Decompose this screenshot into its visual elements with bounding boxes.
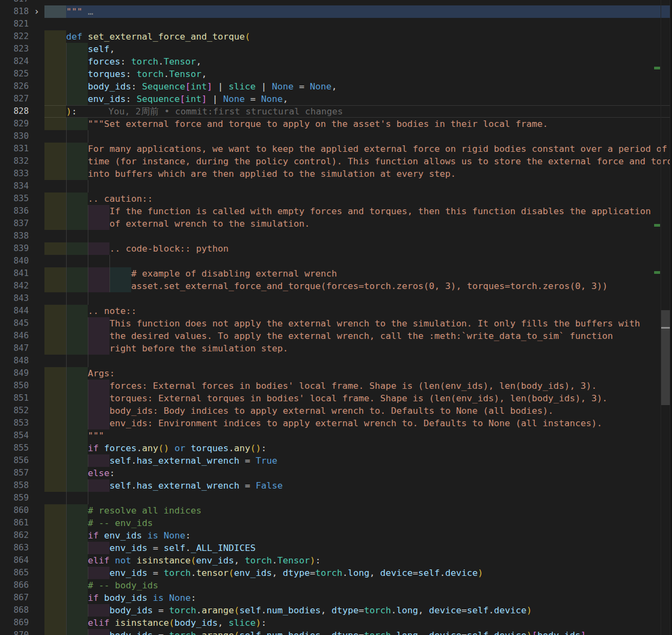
- line-number[interactable]: 866: [0, 579, 29, 592]
- line-number[interactable]: 836: [0, 205, 29, 217]
- code-line-content[interactable]: .. caution::: [44, 193, 672, 205]
- code-editor[interactable]: 817818›""" …821822def set_external_force…: [0, 0, 672, 635]
- line-number[interactable]: 829: [0, 118, 29, 130]
- line-number[interactable]: 831: [0, 143, 29, 155]
- code-line-content[interactable]: .. code-block:: python: [44, 242, 672, 255]
- overview-modified-marker[interactable]: [654, 271, 660, 274]
- line-number[interactable]: 843: [0, 292, 29, 305]
- line-number[interactable]: 833: [0, 168, 29, 180]
- line-number[interactable]: 850: [0, 380, 29, 392]
- code-line-content[interactable]: env_ids = self._ALL_INDICES: [44, 542, 672, 554]
- code-line-content[interactable]: env_ids = torch.tensor(env_ids, dtype=to…: [44, 567, 672, 579]
- code-line-content[interactable]: [44, 355, 672, 367]
- code-line-content[interactable]: # -- env_ids: [44, 517, 672, 529]
- line-number[interactable]: 869: [0, 617, 29, 629]
- code-line-content[interactable]: the desired values. To apply the externa…: [44, 330, 672, 342]
- code-line-content[interactable]: body_ids: Sequence[int] | slice | None =…: [44, 80, 672, 93]
- code-line-content[interactable]: of external wrench to the simulation.: [44, 217, 672, 230]
- line-number[interactable]: 859: [0, 492, 29, 504]
- line-number[interactable]: 848: [0, 355, 29, 367]
- line-number[interactable]: 852: [0, 405, 29, 417]
- code-line-content[interactable]: right before the simulation step.: [44, 342, 672, 355]
- line-number[interactable]: 838: [0, 230, 29, 242]
- code-line-content[interactable]: torques: torch.Tensor,: [44, 68, 672, 80]
- code-line-content[interactable]: time (for instance, during the policy co…: [44, 155, 672, 168]
- line-number[interactable]: 868: [0, 604, 29, 617]
- code-line-content[interactable]: [44, 180, 672, 193]
- code-line-content[interactable]: if forces.any() or torques.any():: [44, 442, 672, 454]
- line-number[interactable]: 835: [0, 193, 29, 205]
- code-line-content[interactable]: body_ids = torch.arange(self.num_bodies,…: [44, 629, 672, 635]
- code-line-content[interactable]: if body_ids is None:: [44, 592, 672, 604]
- code-line-content[interactable]: For many applications, we want to keep t…: [44, 143, 672, 155]
- code-line-content[interactable]: This function does not apply the externa…: [44, 317, 672, 330]
- line-number[interactable]: 855: [0, 442, 29, 454]
- code-line-content[interactable]: [44, 130, 672, 143]
- code-line-content[interactable]: into buffers which are then applied to t…: [44, 168, 672, 180]
- code-line-content[interactable]: torques: External torques in bodies' loc…: [44, 392, 672, 405]
- code-line-content[interactable]: .. note::: [44, 305, 672, 317]
- line-number[interactable]: 854: [0, 429, 29, 442]
- code-line-content[interactable]: env_ids: Environment indices to apply ex…: [44, 417, 672, 429]
- code-line-content[interactable]: env_ids: Sequence[int] | None = None,: [44, 93, 672, 105]
- line-number[interactable]: 818: [0, 5, 29, 18]
- code-line-content[interactable]: self,: [44, 43, 672, 55]
- code-line-content[interactable]: [44, 18, 672, 30]
- line-number[interactable]: 864: [0, 554, 29, 567]
- line-number[interactable]: 822: [0, 30, 29, 43]
- code-line-content[interactable]: """Set external force and torque to appl…: [44, 118, 672, 130]
- code-line-content[interactable]: # resolve all indices: [44, 504, 672, 517]
- line-number[interactable]: 824: [0, 55, 29, 68]
- line-number[interactable]: 851: [0, 392, 29, 405]
- code-line-content[interactable]: [44, 0, 672, 5]
- line-number[interactable]: 832: [0, 155, 29, 168]
- code-line-content[interactable]: forces: External forces in bodies' local…: [44, 380, 672, 392]
- line-number[interactable]: 823: [0, 43, 29, 55]
- line-number[interactable]: 862: [0, 529, 29, 542]
- line-number[interactable]: 865: [0, 567, 29, 579]
- code-line-content[interactable]: # example of disabling external wrench: [44, 267, 672, 280]
- code-line-content[interactable]: asset.set_external_force_and_torque(forc…: [44, 280, 672, 292]
- line-number[interactable]: 846: [0, 330, 29, 342]
- line-number[interactable]: 837: [0, 217, 29, 230]
- line-number[interactable]: 827: [0, 93, 29, 105]
- overview-modified-marker[interactable]: [654, 224, 660, 227]
- line-number[interactable]: 825: [0, 68, 29, 80]
- line-number[interactable]: 840: [0, 255, 29, 267]
- line-number[interactable]: 841: [0, 267, 29, 280]
- line-number[interactable]: 839: [0, 242, 29, 255]
- code-line-content[interactable]: self.has_external_wrench = True: [44, 454, 672, 467]
- line-number[interactable]: 867: [0, 592, 29, 604]
- code-line-content[interactable]: # -- body_ids: [44, 579, 672, 592]
- line-number[interactable]: 857: [0, 467, 29, 479]
- line-number[interactable]: 817: [0, 0, 29, 5]
- code-line-content[interactable]: self.has_external_wrench = False: [44, 479, 672, 492]
- line-number[interactable]: 853: [0, 417, 29, 429]
- code-line-content[interactable]: [44, 292, 672, 305]
- line-number[interactable]: 870: [0, 629, 29, 635]
- code-line-content[interactable]: ):You, 2周前 • commit:first structural cha…: [44, 105, 672, 118]
- code-line-content[interactable]: [44, 492, 672, 504]
- line-number[interactable]: 858: [0, 479, 29, 492]
- code-line-content[interactable]: elif not isinstance(env_ids, torch.Tenso…: [44, 554, 672, 567]
- code-line-content[interactable]: else:: [44, 467, 672, 479]
- code-line-content[interactable]: elif isinstance(body_ids, slice):: [44, 617, 672, 629]
- code-line-content[interactable]: def set_external_force_and_torque(: [44, 30, 672, 43]
- line-number[interactable]: 856: [0, 454, 29, 467]
- line-number[interactable]: 828: [0, 105, 29, 118]
- code-line-content[interactable]: if env_ids is None:: [44, 529, 672, 542]
- code-line-content[interactable]: [44, 230, 672, 242]
- code-line-content[interactable]: """ …: [44, 5, 672, 18]
- line-number[interactable]: 821: [0, 18, 29, 30]
- overview-modified-marker[interactable]: [654, 67, 660, 69]
- line-number[interactable]: 845: [0, 317, 29, 330]
- chevron-right-icon[interactable]: ›: [29, 5, 44, 18]
- code-line-content[interactable]: If the function is called with empty for…: [44, 205, 672, 217]
- line-number[interactable]: 842: [0, 280, 29, 292]
- code-line-content[interactable]: """: [44, 429, 672, 442]
- code-line-content[interactable]: body_ids: Body indices to apply external…: [44, 405, 672, 417]
- line-number[interactable]: 863: [0, 542, 29, 554]
- code-line-content[interactable]: Args:: [44, 367, 672, 380]
- line-number[interactable]: 861: [0, 517, 29, 529]
- line-number[interactable]: 826: [0, 80, 29, 93]
